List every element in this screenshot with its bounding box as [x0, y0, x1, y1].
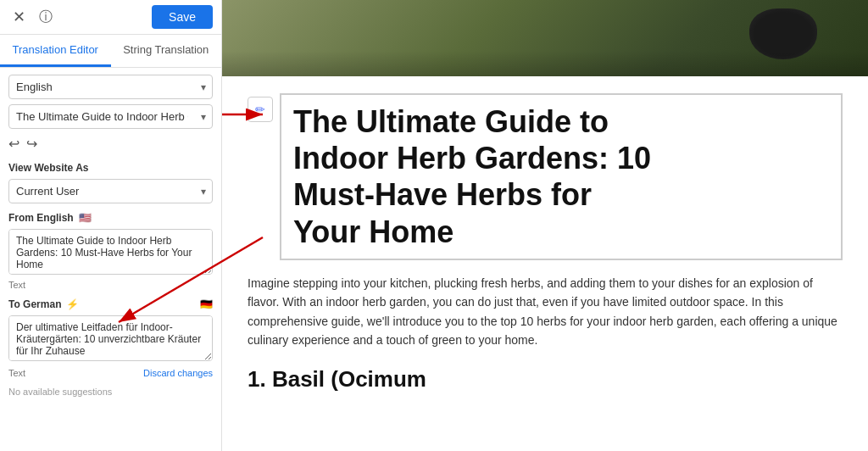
red-arrow-svg	[222, 102, 273, 127]
flag-de-icon: 🇩🇪	[200, 298, 213, 310]
view-website-as-dropdown[interactable]: Current User Guest Admin	[8, 179, 213, 203]
article-area: ✏ The Ultimate Guide toIndoor Herb Garde…	[222, 76, 868, 418]
article-subheading: 1. Basil (Ocimum	[248, 366, 843, 393]
string-dropdown-wrapper: The Ultimate Guide to Indoor Herb Garden…	[8, 104, 213, 129]
close-button[interactable]: ✕	[8, 7, 29, 27]
article-body: Imagine stepping into your kitchen, pluc…	[248, 274, 843, 350]
tab-translation-editor[interactable]: Translation Editor	[0, 35, 111, 67]
tab-string-translation[interactable]: String Translation	[111, 35, 222, 67]
tabs-bar: Translation Editor String Translation	[0, 35, 221, 68]
view-website-as-dropdown-wrapper: Current User Guest Admin ▾	[8, 179, 213, 203]
language-dropdown[interactable]: English German French Spanish	[8, 75, 213, 99]
to-section-label: To German ⚡ 🇩🇪	[8, 298, 213, 310]
from-section-label: From English 🇺🇸	[8, 212, 213, 224]
string-dropdown[interactable]: The Ultimate Guide to Indoor Herb Garden…	[8, 104, 213, 129]
hero-bowl-decoration	[749, 8, 817, 59]
right-panel: ✏ The Ultimate Guide toIndoor Herb Garde…	[222, 0, 868, 451]
no-suggestions-text: No available suggestions	[8, 387, 213, 397]
title-row: ✏ The Ultimate Guide toIndoor Herb Garde…	[248, 93, 843, 260]
to-sub-label: Text	[8, 368, 25, 378]
view-website-as-label: View Website As	[8, 162, 213, 174]
top-bar: ✕ ⓘ Save	[0, 0, 221, 35]
flag-us-icon: 🇺🇸	[79, 212, 92, 224]
from-sub-label: Text	[8, 280, 213, 290]
hero-image	[222, 0, 868, 76]
from-translation-textarea[interactable]: The Ultimate Guide to Indoor Herb Garden…	[8, 229, 213, 275]
to-translation-textarea[interactable]: Der ultimative Leitfaden für Indoor-Kräu…	[8, 315, 213, 361]
ai-icon[interactable]: ⚡	[66, 298, 79, 310]
save-button[interactable]: Save	[152, 5, 213, 29]
info-button[interactable]: ⓘ	[36, 7, 56, 27]
left-panel: ✕ ⓘ Save Translation Editor String Trans…	[0, 0, 222, 451]
article-title: The Ultimate Guide toIndoor Herb Gardens…	[280, 93, 843, 260]
undo-redo-row: ↩ ↪	[8, 134, 213, 153]
bottom-row: Text Discard changes	[8, 368, 213, 378]
redo-button[interactable]: ↪	[26, 136, 37, 152]
discard-changes-link[interactable]: Discard changes	[143, 368, 213, 378]
language-dropdown-wrapper: English German French Spanish ▾	[8, 75, 213, 99]
panel-content: English German French Spanish ▾ The Ulti…	[0, 68, 221, 451]
undo-button[interactable]: ↩	[8, 136, 19, 152]
